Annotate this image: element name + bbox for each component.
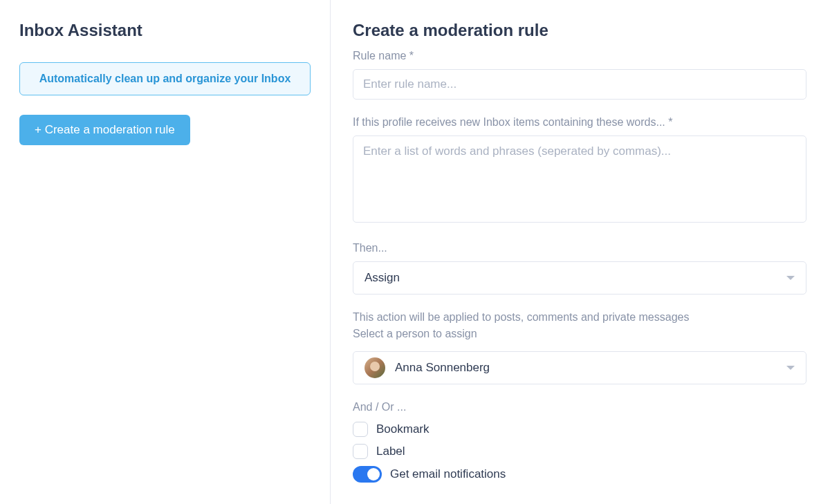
assignee-name: Anna Sonnenberg bbox=[395, 361, 490, 375]
trigger-words-textarea[interactable] bbox=[353, 136, 806, 223]
then-label: Then... bbox=[353, 242, 806, 254]
select-person-label: Select a person to assign bbox=[353, 328, 806, 340]
create-rule-panel: Create a moderation rule Rule name * If … bbox=[331, 0, 830, 504]
bookmark-label: Bookmark bbox=[376, 422, 430, 436]
create-moderation-rule-button[interactable]: + Create a moderation rule bbox=[19, 115, 190, 145]
chevron-down-icon bbox=[786, 276, 795, 280]
rule-name-input[interactable] bbox=[353, 69, 806, 100]
label-option-label: Label bbox=[376, 445, 405, 458]
left-panel: Inbox Assistant Automatically clean up a… bbox=[0, 0, 331, 504]
left-title: Inbox Assistant bbox=[19, 21, 311, 40]
action-select-value: Assign bbox=[365, 271, 400, 285]
notifications-label: Get email notifications bbox=[390, 467, 506, 481]
action-select[interactable]: Assign bbox=[353, 261, 806, 295]
chevron-down-icon bbox=[786, 366, 795, 370]
notifications-option-row: Get email notifications bbox=[353, 466, 806, 483]
toggle-knob bbox=[367, 468, 380, 480]
rule-name-label: Rule name * bbox=[353, 50, 806, 62]
bookmark-option-row: Bookmark bbox=[353, 422, 806, 437]
additional-options: Bookmark Label Get email notifications bbox=[353, 422, 806, 483]
assignee-select[interactable]: Anna Sonnenberg bbox=[353, 351, 806, 384]
avatar bbox=[365, 357, 385, 378]
right-title: Create a moderation rule bbox=[353, 21, 806, 40]
trigger-words-label: If this profile receives new Inbox items… bbox=[353, 116, 806, 129]
label-checkbox[interactable] bbox=[353, 444, 368, 459]
and-or-label: And / Or ... bbox=[353, 401, 806, 413]
label-option-row: Label bbox=[353, 444, 806, 459]
bookmark-checkbox[interactable] bbox=[353, 422, 368, 437]
action-applies-text: This action will be applied to posts, co… bbox=[353, 311, 806, 324]
email-notifications-toggle[interactable] bbox=[353, 466, 382, 483]
inbox-info-banner[interactable]: Automatically clean up and organize your… bbox=[19, 62, 311, 95]
